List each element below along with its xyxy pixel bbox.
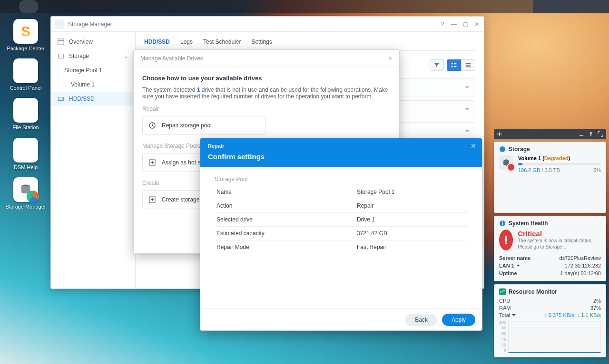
repair-storage-pool-button[interactable]: Repair storage pool [142, 116, 266, 135]
icon-label: Storage Manager [6, 204, 46, 210]
sidebar-item-hdd-ssd[interactable]: HDD/SSD [51, 92, 135, 106]
window-titlebar[interactable]: Storage Manager ? — ▢ ✕ [51, 17, 484, 32]
app-package-center[interactable]: S Package Center [4, 19, 48, 52]
sidebar-item-volume-1[interactable]: Volume 1 [51, 77, 135, 92]
widget-tabs [494, 129, 606, 139]
table-row: Estimated capacity3721.42 GB [215, 227, 468, 240]
uptime-value: 1 day(s) 00:12:08 [560, 270, 601, 276]
svg-rect-20 [452, 63, 453, 65]
svg-rect-16 [58, 39, 64, 45]
volume-percent: 5% [593, 167, 601, 173]
lan-label[interactable]: LAN 1 [499, 263, 520, 268]
minimize-button[interactable]: — [451, 21, 457, 28]
table-row: Repair ModeFast Repair [215, 240, 468, 254]
svg-point-27 [500, 146, 505, 152]
window-title: Storage Manager [68, 21, 112, 28]
net-down: ↓ 1.1 KB/s [577, 312, 601, 318]
desktop-icons: S Package Center Control Panel File Stat… [4, 19, 48, 210]
volume-icon [499, 155, 513, 170]
repair-wizard-dialog: Repair Confirm settings ✕ Storage Pool N… [200, 138, 482, 331]
usage-bar [518, 163, 601, 165]
sidebar-item-storage[interactable]: Storage⌄ [51, 49, 135, 63]
view-grid-button[interactable] [461, 59, 475, 71]
widgets-panel: Storage Volume 1 (Degraded) 196.2 GB / 3… [494, 129, 606, 357]
search-button[interactable] [590, 0, 609, 13]
sidebar-item-pool-1[interactable]: Storage Pool 1 [51, 63, 135, 77]
svg-rect-22 [452, 66, 453, 67]
storage-manager-icon [13, 177, 38, 202]
hot-spare-icon [148, 159, 156, 166]
sidebar-item-overview[interactable]: Overview [51, 35, 135, 49]
tab-settings[interactable]: Settings [251, 38, 272, 50]
svg-point-14 [29, 67, 31, 69]
main-menu-button[interactable] [0, 0, 19, 13]
app-file-station[interactable]: File Station [4, 98, 48, 131]
tab-test-scheduler[interactable]: Test Scheduler [203, 38, 241, 50]
notifications-button[interactable] [533, 0, 552, 13]
cpu-value: 2% [593, 298, 601, 304]
running-app-button[interactable] [19, 0, 38, 13]
table-row: Selected driveDrive 1 [215, 213, 468, 227]
tab-hdd-ssd[interactable]: HDD/SSD [144, 38, 170, 50]
close-icon[interactable]: ✕ [388, 55, 393, 62]
close-icon[interactable]: ✕ [471, 142, 476, 150]
plus-icon[interactable] [497, 131, 502, 137]
window-app-icon [55, 19, 64, 29]
icon-label: File Station [12, 125, 39, 131]
uptime-label: Uptime [499, 270, 517, 276]
rm-widget-icon [499, 288, 506, 295]
rm-chart: 100806040200 [499, 320, 601, 353]
view-list-button[interactable] [447, 59, 461, 71]
widget-storage: Storage Volume 1 (Degraded) 196.2 GB / 3… [494, 142, 606, 213]
help-button[interactable]: ? [439, 21, 446, 28]
tabs: HDD/SSD Logs Test Scheduler Settings [144, 32, 475, 51]
svg-point-12 [21, 67, 23, 70]
volume-name: Volume 1 (Degraded) [518, 155, 601, 161]
status-desc: The system is now in critical status. Pl… [518, 238, 601, 250]
expand-icon[interactable] [598, 131, 603, 137]
icon-label: DSM Help [14, 164, 38, 171]
svg-point-13 [25, 72, 27, 75]
ram-label: RAM [499, 305, 511, 311]
dsm-help-icon: ? [13, 138, 38, 163]
maximize-button[interactable]: ▢ [462, 21, 469, 28]
back-button[interactable]: Back [405, 314, 437, 326]
apply-button[interactable]: Apply [442, 314, 475, 326]
widgets-button[interactable] [571, 0, 590, 13]
svg-rect-17 [59, 54, 64, 58]
dialog-heading: Choose how to use your available drives [142, 75, 391, 82]
svg-rect-21 [454, 63, 456, 65]
close-button[interactable]: ✕ [473, 21, 480, 28]
package-center-icon: S [13, 19, 38, 44]
control-panel-icon [13, 58, 38, 83]
table-row: ActionRepair [215, 199, 468, 213]
alert-icon: ! [499, 230, 513, 250]
minimize-icon[interactable] [579, 131, 584, 137]
svg-text:i: i [502, 221, 503, 226]
server-name-value: ds720PlusReview [560, 255, 601, 261]
svg-point-19 [62, 98, 63, 99]
lan-value: 172.30.128.232 [565, 263, 601, 268]
chevron-down-icon: ⌄ [124, 53, 128, 59]
cpu-label: CPU [499, 298, 510, 304]
filter-button[interactable] [430, 59, 444, 71]
pin-icon[interactable] [588, 131, 594, 137]
section-storage-pool: Storage Pool [215, 176, 468, 182]
icon-label: Control Panel [10, 85, 42, 91]
svg-rect-30 [499, 288, 506, 295]
wizard-title: Confirm settings [208, 153, 474, 161]
total-label[interactable]: Total [499, 312, 516, 318]
sidebar: Overview Storage⌄ Storage Pool 1 Volume … [51, 32, 136, 288]
ram-value: 37% [590, 305, 601, 311]
health-widget-icon: i [499, 220, 506, 227]
svg-rect-23 [454, 66, 456, 67]
dialog-description: The system detected 1 drive that is not … [142, 86, 391, 100]
volume-size: 196.2 GB / 3.5 TB [518, 167, 560, 173]
settings-table: NameStorage Pool 1 ActionRepair Selected… [215, 185, 468, 254]
app-dsm-help[interactable]: ? DSM Help [4, 138, 48, 171]
app-control-panel[interactable]: Control Panel [4, 58, 48, 91]
section-repair: Repair [142, 105, 391, 112]
user-menu-button[interactable] [552, 0, 571, 13]
tab-logs[interactable]: Logs [180, 38, 193, 50]
app-storage-manager[interactable]: Storage Manager [4, 177, 48, 210]
